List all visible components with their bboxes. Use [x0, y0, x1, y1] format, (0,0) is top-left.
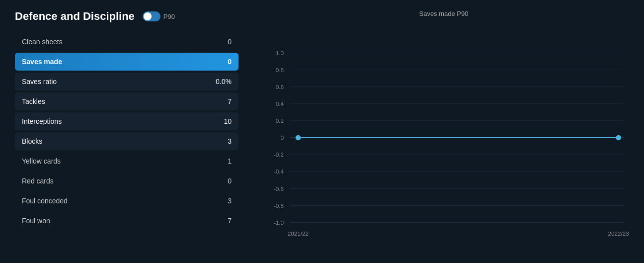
stat-row-saves-made[interactable]: Saves made0: [15, 53, 239, 71]
toggle-label: P90: [163, 13, 175, 20]
svg-text:1.0: 1.0: [276, 50, 284, 56]
chart-area: 1.0 0.8 0.6 0.4 0.2 0 -0.2: [258, 22, 629, 253]
stat-name: Saves made: [22, 58, 62, 66]
stat-name: Interceptions: [22, 117, 62, 125]
page-title: Defence and Discipline: [15, 10, 135, 23]
stat-value: 1: [228, 157, 232, 165]
stat-row-clean-sheets[interactable]: Clean sheets0: [15, 33, 239, 51]
header: Defence and Discipline P90: [15, 10, 239, 23]
p90-toggle[interactable]: [143, 11, 161, 21]
toggle-container: P90: [143, 11, 175, 21]
stat-row-yellow-cards[interactable]: Yellow cards1: [15, 152, 239, 170]
svg-text:0.4: 0.4: [276, 100, 284, 107]
left-panel: Defence and Discipline P90 Clean sheets0…: [15, 10, 239, 253]
stat-row-blocks[interactable]: Blocks3: [15, 132, 239, 150]
stat-value: 3: [228, 137, 232, 145]
stat-value: 0.0%: [216, 78, 232, 86]
stat-value: 7: [228, 217, 232, 225]
stat-name: Red cards: [22, 177, 54, 185]
data-point-end: [616, 135, 621, 141]
svg-text:-0.6: -0.6: [274, 185, 284, 192]
stat-value: 0: [228, 177, 232, 185]
stat-row-interceptions[interactable]: Interceptions10: [15, 112, 239, 130]
stat-row-foul-won[interactable]: Foul won7: [15, 212, 239, 230]
stat-value: 10: [224, 117, 232, 125]
svg-text:-0.2: -0.2: [274, 151, 284, 158]
stat-row-saves-ratio[interactable]: Saves ratio0.0%: [15, 73, 239, 90]
stat-name: Foul conceded: [22, 197, 68, 205]
stat-value: 0: [228, 38, 232, 46]
svg-text:2022/23: 2022/23: [608, 230, 629, 237]
right-panel: Saves made P90 1.0 0.8 0.6: [239, 10, 629, 253]
stat-row-foul-conceded[interactable]: Foul conceded3: [15, 192, 239, 210]
svg-text:-0.4: -0.4: [274, 168, 284, 175]
stat-name: Saves ratio: [22, 78, 57, 86]
chart-title: Saves made P90: [258, 10, 629, 17]
svg-text:0.2: 0.2: [276, 117, 284, 124]
stat-value: 3: [228, 197, 232, 205]
svg-text:0: 0: [281, 134, 284, 141]
stat-name: Tackles: [22, 97, 45, 105]
stats-list: Clean sheets0Saves made0Saves ratio0.0%T…: [15, 33, 239, 230]
stat-name: Yellow cards: [22, 157, 61, 165]
stat-name: Blocks: [22, 137, 42, 145]
svg-text:0.6: 0.6: [276, 84, 284, 90]
stat-name: Clean sheets: [22, 38, 63, 46]
svg-text:0.8: 0.8: [276, 67, 284, 73]
data-point-start: [296, 135, 301, 141]
stat-row-tackles[interactable]: Tackles7: [15, 92, 239, 110]
chart-svg: 1.0 0.8 0.6 0.4 0.2 0 -0.2: [258, 22, 629, 253]
stat-value: 0: [228, 58, 232, 66]
stat-row-red-cards[interactable]: Red cards0: [15, 172, 239, 190]
svg-text:2021/22: 2021/22: [288, 230, 309, 237]
stat-value: 7: [228, 97, 232, 105]
svg-text:-0.8: -0.8: [274, 202, 284, 209]
stat-name: Foul won: [22, 217, 50, 225]
svg-text:-1.0: -1.0: [274, 219, 284, 226]
